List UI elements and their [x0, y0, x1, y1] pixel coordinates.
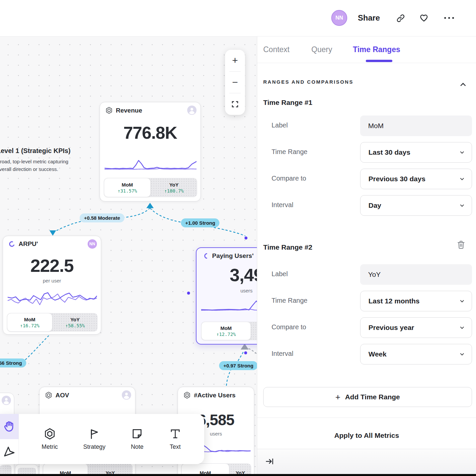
comparison-pills: MoM ↑31.57% YoY ↑180.7% — [104, 178, 197, 197]
field-label: Interval — [272, 201, 293, 209]
tool-strategy[interactable]: Strategy — [83, 428, 106, 450]
metric-value: 3,49 — [197, 265, 257, 285]
metric-card-paying-users[interactable]: Paying Users' 3,49 users MoM ↑12.72% — [196, 247, 257, 345]
text-icon — [169, 428, 182, 440]
card-owner-avatar — [122, 390, 131, 400]
panel-tabs: Context Query Time Ranges — [257, 37, 476, 63]
share-button[interactable]: Share — [358, 13, 380, 23]
chevron-down-icon — [459, 298, 465, 304]
copy-link-icon[interactable] — [396, 14, 405, 23]
zoom-controls: + − — [225, 50, 245, 115]
tab-time-ranges[interactable]: Time Ranges — [353, 37, 400, 63]
chevron-down-icon — [459, 202, 465, 208]
tab-context[interactable]: Context — [263, 37, 289, 63]
select-tool[interactable] — [0, 439, 19, 464]
field-label: Interval — [272, 350, 293, 357]
arrowhead-down-arpu — [49, 230, 56, 236]
field-label: Compare to — [272, 323, 306, 331]
label-input[interactable]: MoM — [360, 116, 472, 136]
connector-dot — [187, 292, 190, 295]
bottom-black-bar — [0, 474, 476, 476]
loading-arc-icon — [202, 252, 209, 260]
mom-pill[interactable]: MoM ↑16.72% — [7, 313, 52, 332]
arrow-to-line-icon — [265, 457, 274, 466]
field-label: Label — [272, 270, 288, 278]
time-range-select[interactable]: Last 30 days — [360, 142, 472, 163]
panel-footer — [257, 449, 476, 474]
correlation-badge[interactable]: 66 Strong — [0, 358, 26, 367]
yoy-pill[interactable]: YoY ↑58.55% — [52, 313, 98, 332]
fit-view-button[interactable] — [225, 93, 245, 115]
tool-text[interactable]: Text — [169, 428, 182, 450]
collapse-panel-button[interactable] — [265, 457, 274, 466]
tool-metric[interactable]: Metric — [41, 428, 58, 450]
zoom-in-button[interactable]: + — [225, 50, 245, 71]
metric-unit: users — [197, 288, 257, 293]
metric-hexagon-icon — [105, 107, 113, 114]
compare-to-select[interactable]: Previous 30 days — [360, 169, 472, 189]
field-label: Label — [272, 121, 288, 129]
apply-to-all-metrics-button[interactable]: Apply to All Metrics — [257, 432, 476, 439]
app-header: NN Share — [0, 0, 476, 37]
card-title: #Active Users — [194, 392, 236, 399]
time-range-1-title: Time Range #1 — [263, 99, 312, 107]
sparkline-chart — [8, 286, 97, 310]
level-description: Broad, top-level metric capturing overal… — [0, 158, 78, 173]
mom-pill[interactable]: MoM ↑12.72% — [201, 322, 251, 340]
zoom-out-button[interactable]: − — [225, 72, 245, 93]
settings-panel: Context Query Time Ranges RANGES AND COM… — [257, 0, 476, 476]
yoy-pill[interactable]: YoY ↑180.7% — [151, 178, 197, 197]
plus-icon: + — [335, 392, 340, 402]
time-range-2-title: Time Range #2 — [263, 243, 312, 251]
arrowhead-up-revenue — [146, 203, 154, 208]
card-owner-avatar — [2, 396, 11, 405]
flag-icon — [88, 428, 101, 440]
divider — [257, 418, 476, 418]
tool-strip — [0, 414, 19, 464]
more-options-icon[interactable] — [443, 16, 455, 20]
field-label: Compare to — [272, 175, 306, 182]
tool-note[interactable]: Note — [131, 428, 143, 450]
card-title: Paying Users' — [212, 252, 254, 260]
active-tab-indicator — [366, 60, 392, 62]
favorite-heart-icon[interactable] — [419, 13, 429, 23]
add-time-range-button[interactable]: + Add Time Range — [263, 387, 472, 407]
metric-tree-canvas[interactable]: Level 1 (Strategic KPIs) Broad, top-leve… — [0, 37, 257, 476]
chevron-down-icon — [459, 351, 465, 357]
trash-icon — [456, 240, 466, 250]
field-label: Time Range — [272, 297, 307, 304]
metric-card-revenue[interactable]: Revenue 776.8K MoM ↑31.57% YoY ↑180.7% — [100, 102, 201, 201]
hand-icon — [3, 420, 16, 433]
level-title: Level 1 (Strategic KPIs) — [0, 147, 80, 155]
time-range-select[interactable]: Last 12 months — [360, 291, 472, 311]
correlation-badge[interactable]: +1.00 Strong — [181, 218, 219, 227]
metric-hexagon-icon — [183, 391, 191, 399]
comparison-pills: MoM ↑12.72% — [201, 322, 257, 340]
delete-time-range-button[interactable] — [456, 240, 466, 250]
chevron-down-icon — [459, 325, 465, 331]
sparkline-chart — [105, 157, 197, 174]
interval-select[interactable]: Week — [360, 344, 472, 364]
note-icon — [131, 428, 143, 440]
correlation-badge[interactable]: +0.97 Strong — [219, 361, 257, 370]
field-label: Time Range — [272, 148, 307, 156]
card-title: ARPU' — [19, 240, 38, 248]
hand-tool[interactable] — [0, 414, 19, 439]
loading-arc-icon — [8, 240, 16, 248]
mom-pill[interactable]: MoM ↑31.57% — [104, 178, 151, 197]
metric-card-arpu[interactable]: ARPU' NN 222.5 per user MoM ↑16.72% YoY … — [3, 236, 101, 335]
correlation-badge[interactable]: +0.58 Moderate — [80, 213, 124, 222]
user-avatar[interactable]: NN — [331, 10, 347, 26]
chevron-down-icon — [459, 176, 465, 182]
collapse-section-button[interactable] — [459, 80, 467, 89]
metric-value: 776.8K — [100, 123, 200, 143]
compare-to-select[interactable]: Previous year — [360, 317, 472, 338]
interval-select[interactable]: Day — [360, 195, 472, 216]
chevron-down-icon — [459, 149, 465, 155]
chevron-up-icon — [459, 80, 467, 89]
tab-query[interactable]: Query — [311, 37, 332, 63]
label-input[interactable]: YoY — [360, 264, 472, 285]
card-owner-avatar: NN — [88, 239, 97, 249]
cursor-icon — [3, 445, 15, 457]
canvas-toolbar: Metric Strategy Note Text — [0, 414, 204, 464]
